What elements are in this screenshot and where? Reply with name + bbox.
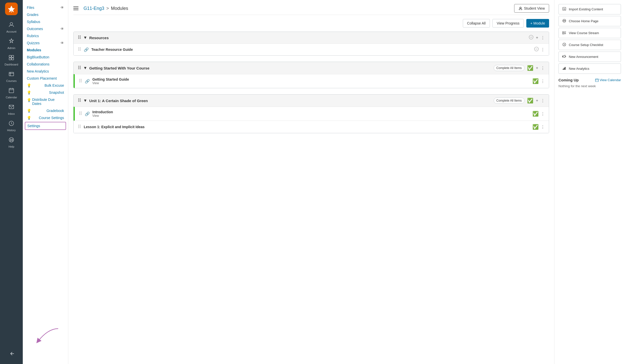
home-icon (562, 19, 566, 24)
course-checklist-button[interactable]: ? Course Setup Checklist (558, 40, 621, 50)
item-more-btn-4[interactable]: ⋮ (541, 125, 545, 129)
nav-bulk-excuse[interactable]: 💡 Bulk Excuse (23, 82, 68, 89)
nav-item-history[interactable]: History (0, 118, 23, 134)
svg-text:?: ? (564, 43, 565, 46)
student-view-button[interactable]: Student View (514, 4, 549, 13)
nav-item-courses[interactable]: Courses (0, 69, 23, 85)
app-logo[interactable] (5, 3, 18, 15)
module-more-btn-3[interactable]: ⋮ (541, 98, 545, 103)
link-icon: 🔗 (84, 47, 89, 52)
svg-point-52 (80, 100, 81, 101)
svg-point-0 (11, 11, 12, 12)
new-announcement-button[interactable]: New Announcement (558, 52, 621, 62)
module-drag-handle[interactable] (78, 35, 81, 40)
nav-grades[interactable]: Grades (23, 11, 68, 18)
svg-point-70 (564, 20, 565, 21)
nav-rubrics[interactable]: Rubrics (23, 32, 68, 39)
svg-rect-76 (562, 33, 564, 34)
nav-snapshot[interactable]: 💡 Snapshot (23, 89, 68, 96)
nav-modules[interactable]: Modules (23, 47, 68, 54)
module-more-btn-2[interactable]: ⋮ (541, 66, 545, 71)
svg-point-19 (519, 10, 520, 10)
module-publish-btn[interactable] (529, 35, 533, 40)
module-more-btn[interactable]: ⋮ (541, 35, 545, 40)
item-drag-handle-4[interactable] (78, 124, 81, 130)
new-analytics-button[interactable]: New Analytics (558, 63, 621, 74)
breadcrumb-separator: > (106, 6, 109, 11)
nav-collaborations[interactable]: Collaborations (23, 61, 68, 68)
view-progress-button[interactable]: View Progress (492, 19, 524, 28)
nav-outcomes[interactable]: Outcomes 👁 (23, 25, 68, 32)
nav-item-inbox[interactable]: Inbox (0, 101, 23, 118)
svg-point-39 (78, 67, 79, 68)
nav-course-settings[interactable]: 💡 Course Settings (23, 114, 68, 121)
item-more-btn[interactable]: ⋮ (541, 47, 545, 52)
module-expand-arrow-3[interactable]: ▼ (83, 98, 87, 103)
svg-point-20 (521, 10, 522, 10)
svg-rect-81 (562, 56, 563, 57)
item-more-btn-3[interactable]: ⋮ (541, 111, 545, 116)
nav-courses-label: Courses (6, 79, 17, 82)
collapse-all-button[interactable]: Collapse All (463, 19, 490, 28)
view-stream-button[interactable]: View Course Stream (558, 28, 621, 38)
nav-history-label: History (7, 129, 16, 132)
breadcrumb-course-link[interactable]: G11-Eng3 (84, 6, 104, 11)
nav-distribute-due-dates[interactable]: 💡 Distribute Due Dates (23, 96, 68, 107)
complete-all-button-3[interactable]: Complete All Items (494, 98, 525, 104)
module-drag-handle-3[interactable] (78, 98, 81, 103)
item-more-btn-2[interactable]: ⋮ (541, 79, 545, 84)
item-publish-btn[interactable] (534, 47, 539, 52)
nav-item-dashboard[interactable]: Dashboard (0, 52, 23, 69)
dashboard-icon (8, 55, 14, 62)
coming-up-empty: Nothing for the next week (558, 84, 621, 88)
hamburger-button[interactable] (73, 7, 78, 10)
item-drag-handle[interactable] (78, 47, 81, 52)
svg-point-18 (520, 7, 521, 9)
svg-point-33 (78, 50, 79, 51)
nav-syllabus[interactable]: Syllabus (23, 18, 68, 25)
nav-new-analytics[interactable]: New Analytics (23, 68, 68, 75)
nav-item-back[interactable] (0, 348, 23, 361)
completion-check: ✅ (527, 65, 533, 71)
course-nav: Files 👁 Grades Syllabus Outcomes 👁 Rubri… (23, 0, 68, 364)
svg-rect-4 (9, 58, 11, 60)
module-expand-arrow[interactable]: ▼ (83, 35, 87, 40)
nav-settings[interactable]: Settings (25, 122, 66, 130)
module-item-introduction: 🔗 Introduction View ✅ ⋮ (74, 107, 549, 121)
item-content-3: Introduction View (92, 110, 530, 118)
nav-files[interactable]: Files 👁 (23, 4, 68, 11)
analytics-icon (562, 66, 566, 71)
svg-text:10: 10 (10, 138, 13, 142)
module-add-btn-2[interactable]: + (536, 66, 538, 70)
bulb-icon-2: 💡 (27, 90, 31, 95)
complete-all-button[interactable]: Complete All Items (494, 65, 525, 71)
module-getting-started: ▼ Getting Started With Your Course Compl… (73, 62, 549, 88)
nav-item-help[interactable]: 10 Help (0, 134, 23, 151)
svg-point-62 (80, 125, 81, 126)
nav-calendar-label: Calendar (6, 96, 17, 99)
svg-point-44 (81, 79, 82, 80)
nav-quizzes[interactable]: Quizzes 👁 (23, 39, 68, 47)
view-calendar-link[interactable]: View Calendar (595, 78, 621, 82)
add-module-button[interactable]: + Module (526, 19, 549, 28)
nav-custom-placement[interactable]: Custom Placement (23, 75, 68, 82)
import-content-button[interactable]: Import Existing Content (558, 4, 621, 14)
coming-up-section: Coming Up View Calendar Nothing for the … (558, 78, 621, 88)
link-icon-3: 🔗 (85, 111, 90, 116)
nav-bigbluebutton[interactable]: BigBlueButton (23, 54, 68, 61)
item-drag-handle-2[interactable] (79, 78, 82, 84)
module-drag-handle-2[interactable] (78, 65, 81, 71)
nav-item-admin[interactable]: Admin (0, 36, 23, 52)
nav-item-calendar[interactable]: Calendar (0, 85, 23, 101)
nav-gradebook[interactable]: 💡 Gradebook (23, 107, 68, 114)
module-add-btn-3[interactable]: + (536, 98, 538, 103)
module-expand-arrow-2[interactable]: ▼ (83, 66, 87, 70)
choose-home-button[interactable]: Choose Home Page (558, 16, 621, 26)
nav-item-account[interactable]: Account (0, 19, 23, 36)
item-drag-handle-3[interactable] (79, 111, 82, 117)
module-add-btn[interactable]: + (536, 35, 538, 40)
svg-rect-87 (595, 79, 598, 82)
svg-rect-6 (9, 72, 14, 76)
svg-rect-73 (562, 32, 564, 33)
svg-point-61 (78, 125, 79, 126)
